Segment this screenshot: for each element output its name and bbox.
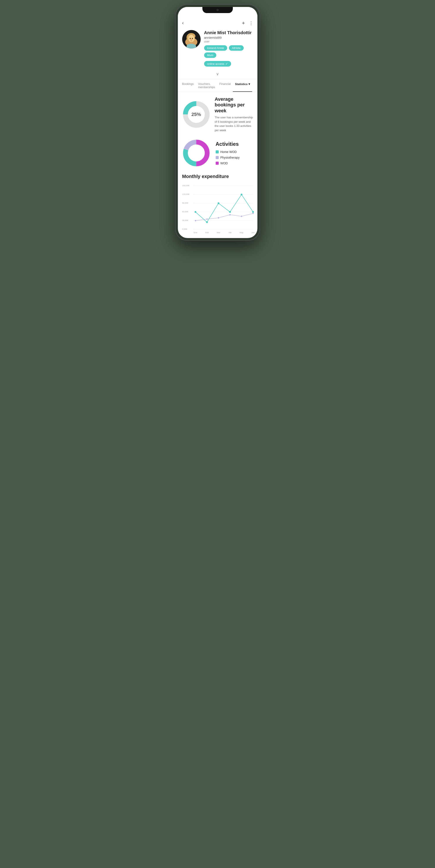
legend-label-wod: WOD — [221, 161, 228, 165]
bookings-donut: 25% — [182, 100, 210, 129]
legend-dot-wod — [216, 162, 219, 165]
legend-label-physio: Physiotherapy — [221, 156, 240, 159]
svg-point-36 — [206, 218, 208, 220]
header-actions: + ⋮ — [242, 20, 253, 26]
svg-point-33 — [240, 194, 242, 195]
svg-point-35 — [195, 220, 196, 221]
activities-title: Activities — [216, 141, 240, 147]
svg-text:Ene: Ene — [194, 231, 197, 234]
svg-text:Jun: Jun — [251, 231, 255, 234]
tab-statistics-chevron-icon: ▾ — [248, 82, 250, 86]
svg-point-38 — [229, 214, 230, 215]
svg-text:60,00€: 60,00€ — [182, 211, 188, 213]
checkmark-icon: ✓ — [226, 62, 228, 65]
chevron-down-icon: ∨ — [216, 71, 219, 76]
svg-text:Feb: Feb — [205, 231, 209, 234]
svg-point-32 — [229, 211, 231, 213]
camera — [216, 9, 219, 11]
activities-legend: Home WOD Physiotherapy WOD — [216, 150, 240, 165]
tab-statistics-label: Statistics — [235, 83, 247, 86]
more-options-button[interactable]: ⋮ — [249, 21, 253, 26]
expand-section[interactable]: ∨ — [178, 70, 257, 79]
profile-username: anniemist89 — [204, 36, 253, 39]
back-button[interactable]: ‹ — [182, 20, 184, 26]
main-content: 25% Average bookings per week The user h… — [178, 92, 257, 238]
svg-point-40 — [252, 213, 254, 214]
svg-text:150,00€: 150,00€ — [182, 185, 189, 187]
legend-dot-homewod — [216, 150, 219, 153]
notch-area — [178, 7, 257, 18]
avatar — [182, 30, 201, 49]
legend-item-homewod: Home WOD — [216, 150, 240, 154]
expenditure-chart: 150,00€ 120,00€ 90,00€ 60,00€ 30,00€ 0,0… — [182, 184, 253, 231]
svg-point-29 — [195, 211, 196, 213]
phone-screen: ‹ + ⋮ — [178, 7, 257, 238]
monthly-title: Monthly expenditure — [182, 174, 253, 179]
profile-info: Annie Mist Thorisdottir anniemist89 user… — [204, 30, 253, 67]
bookings-title: Average bookings per week — [215, 96, 253, 114]
svg-point-39 — [241, 216, 242, 217]
legend-item-wod: WOD — [216, 161, 240, 165]
bookings-stat-text: Average bookings per week The user has a… — [215, 96, 253, 132]
activities-donut — [182, 139, 210, 167]
svg-text:30,00€: 30,00€ — [182, 219, 188, 221]
legend-item-physio: Physiotherapy — [216, 156, 240, 159]
donut-percent-label: 25% — [191, 112, 201, 117]
legend-label-homewod: Home WOD — [221, 150, 237, 154]
activities-legend-area: Activities Home WOD Physiotherapy — [216, 141, 240, 165]
activities-row: Activities Home WOD Physiotherapy — [182, 139, 253, 167]
phone-device: ‹ + ⋮ — [175, 4, 260, 241]
tab-financial[interactable]: Financial — [217, 79, 233, 92]
tag-mum[interactable]: Mum — [204, 53, 216, 58]
activities-section: Activities Home WOD Physiotherapy — [182, 139, 253, 167]
app-header: ‹ + ⋮ — [178, 18, 257, 28]
svg-point-34 — [252, 211, 254, 213]
tab-bookings[interactable]: Bookings — [180, 79, 196, 92]
svg-text:120,00€: 120,00€ — [182, 193, 189, 195]
bookings-desc: The user has a sumembership of 6 booking… — [215, 115, 253, 132]
profile-name: Annie Mist Thorisdottir — [204, 30, 253, 35]
tabs-bar: Bookings Vouchers,memberships Financial … — [178, 79, 257, 92]
svg-text:0,00€: 0,00€ — [182, 228, 187, 230]
legend-dot-physio — [216, 156, 219, 159]
tab-vouchers[interactable]: Vouchers,memberships — [196, 79, 217, 92]
tag-online-access[interactable]: online access ✓ — [204, 61, 231, 67]
profile-section: Annie Mist Thorisdottir anniemist89 user… — [178, 28, 257, 70]
bookings-stat-row: 25% Average bookings per week The user h… — [182, 96, 253, 132]
svg-text:90,00€: 90,00€ — [182, 202, 188, 204]
svg-point-31 — [218, 203, 219, 204]
svg-point-5 — [188, 35, 194, 42]
profile-tags: Iceland Annie Athlete Mum — [204, 45, 253, 58]
svg-point-8 — [191, 39, 192, 40]
svg-text:Abr: Abr — [228, 231, 231, 234]
svg-point-16 — [188, 145, 205, 161]
access-label: online access — [207, 62, 224, 65]
profile-role: user — [204, 40, 253, 43]
tag-iceland-annie[interactable]: Iceland Annie — [204, 45, 227, 51]
notch — [202, 7, 233, 13]
svg-text:Mar: Mar — [217, 231, 220, 234]
monthly-expenditure-section: Monthly expenditure 150,00€ 120,00€ 90,0… — [182, 174, 253, 231]
svg-point-6 — [190, 38, 191, 39]
svg-point-30 — [206, 221, 208, 223]
svg-point-7 — [192, 38, 193, 39]
svg-text:May: May — [240, 231, 243, 234]
tag-athlete[interactable]: Athlete — [229, 45, 244, 51]
svg-point-37 — [218, 217, 219, 218]
add-button[interactable]: + — [242, 20, 245, 26]
tab-statistics[interactable]: Statistics ▾ — [233, 79, 252, 92]
